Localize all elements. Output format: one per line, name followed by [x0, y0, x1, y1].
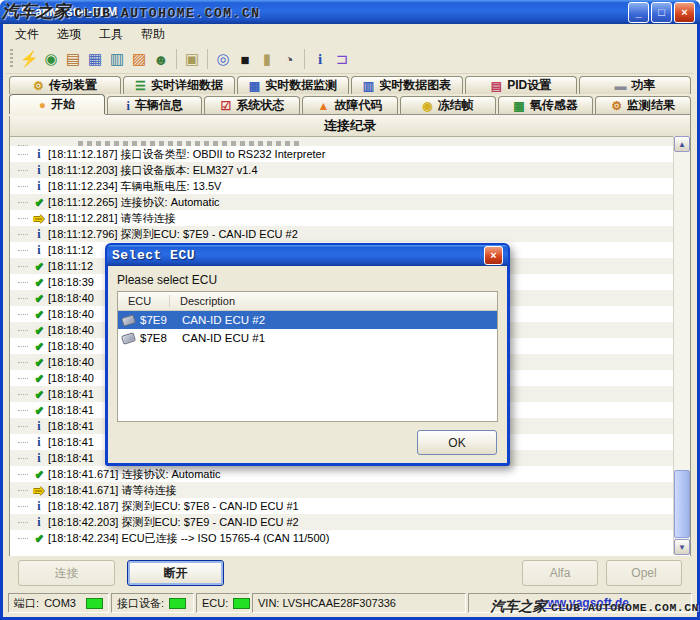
tree-branch — [18, 282, 28, 283]
ecu-list-row[interactable]: $7E9CAN-ID ECU #2 — [118, 311, 497, 329]
report-icon[interactable]: ▤ — [62, 48, 84, 70]
log-text: [18:18:41 — [48, 388, 94, 400]
disconnect-button[interactable]: 断开 — [127, 560, 224, 586]
column-ecu[interactable]: ECU — [118, 295, 170, 307]
search-monitor-icon[interactable]: ◎ — [212, 48, 234, 70]
log-row[interactable]: ✔[18:11:12.265] 连接协议: Automatic — [10, 194, 673, 210]
ecu-label: ECU: — [202, 597, 228, 609]
ecu-list-row[interactable]: $7E8CAN-ID ECU #1 — [118, 329, 497, 347]
tab-system-status[interactable]: ☑系统状态 — [204, 96, 300, 114]
log-text: [18:18:40 — [48, 324, 94, 336]
log-text: [18:11:12.187] 接口设备类型: OBDII to RS232 In… — [48, 147, 325, 162]
tab-oxygen-sensor-label: 氧传感器 — [530, 97, 578, 114]
tab-live-data-monitor[interactable]: ▦实时数据监测 — [237, 76, 349, 94]
tree-branch — [18, 186, 28, 187]
exit-door-icon[interactable]: ⊐ — [331, 48, 353, 70]
tab-trouble-codes[interactable]: ▲故障代码 — [302, 96, 398, 114]
port-value: COM3 — [44, 597, 76, 609]
tab-live-data-chart[interactable]: ▥实时数据图表 — [351, 76, 463, 94]
gauge-icon[interactable]: ◔ — [278, 48, 300, 70]
log-text: [18:18:40 — [48, 292, 94, 304]
tab-monitor-results[interactable]: ⚙监测结果 — [595, 96, 691, 114]
log-row[interactable]: i[18:18:42.203] 探测到ECU: $7E9 - CAN-ID EC… — [10, 514, 673, 530]
tree-branch — [18, 330, 28, 331]
tab-vehicle-info[interactable]: i车辆信息 — [107, 96, 203, 114]
toolbar-grip[interactable] — [10, 49, 13, 69]
tab-freeze-frame[interactable]: ◉冻结帧 — [400, 96, 496, 114]
log-row[interactable]: i[18:11:12.234] 车辆电瓶电压: 13.5V — [10, 178, 673, 194]
close-button[interactable]: × — [674, 2, 695, 23]
ecu-id: $7E9 — [140, 314, 182, 326]
status-vin-segment: VIN: LVSHCAAE28F307336 — [252, 593, 466, 613]
tab-drivetrain[interactable]: ⚙传动装置 — [9, 76, 121, 94]
info-icon: i — [32, 180, 46, 192]
tree-branch — [18, 170, 28, 171]
column-description[interactable]: Description — [170, 295, 235, 307]
scroll-up-button[interactable]: ▲ — [674, 136, 690, 152]
menu-tools[interactable]: 工具 — [90, 24, 132, 45]
log-row[interactable]: ⇨[18:18:41.671] 请等待连接 — [10, 482, 673, 498]
tab-start-icon: ● — [39, 99, 46, 111]
ecu-list[interactable]: ECU Description $7E9CAN-ID ECU #2$7E8CAN… — [117, 291, 498, 422]
info-icon: i — [32, 500, 46, 512]
maximize-button[interactable]: □ — [651, 2, 672, 23]
check-icon: ✔ — [32, 469, 46, 480]
log-row[interactable]: ⇨[18:11:12.281] 请等待连接 — [10, 210, 673, 226]
connect-button[interactable]: 连接 — [18, 560, 115, 586]
interface-label: 接口设备: — [117, 596, 164, 611]
tab-pid-settings-label: PID设置 — [507, 77, 551, 94]
tab-live-data-chart-icon: ▥ — [363, 80, 374, 92]
obd-plug-icon[interactable]: ⚡ — [18, 48, 40, 70]
check-icon: ✔ — [32, 197, 46, 208]
log-row[interactable]: ✔[18:18:42.234] ECU已连接 --> ISO 15765-4 (… — [10, 530, 673, 546]
tab-system-status-icon: ☑ — [220, 100, 231, 112]
user-icon[interactable]: ☻ — [150, 48, 172, 70]
dialog-close-icon[interactable]: × — [484, 246, 503, 265]
vertical-scrollbar[interactable]: ▲ ▼ — [673, 136, 690, 555]
tab-start[interactable]: ●开始 — [9, 94, 105, 114]
clipboard-icon[interactable]: ▣ — [181, 48, 203, 70]
log-row[interactable]: i[18:18:42.187] 探测到ECU: $7E8 - CAN-ID EC… — [10, 498, 673, 514]
ok-button[interactable]: OK — [417, 430, 497, 455]
tab-trouble-codes-icon: ▲ — [318, 100, 330, 112]
tab-pid-settings[interactable]: ▤PID设置 — [465, 76, 577, 94]
tree-branch — [18, 314, 28, 315]
log-row[interactable] — [10, 137, 673, 146]
menu-file[interactable]: 文件 — [6, 24, 48, 45]
scroll-down-button[interactable]: ▼ — [674, 539, 690, 555]
log-row[interactable]: i[18:11:12.187] 接口设备类型: OBDII to RS232 I… — [10, 146, 673, 162]
info-icon: i — [32, 436, 46, 448]
tree-branch — [18, 202, 28, 203]
tab-power[interactable]: ▬功率 — [579, 76, 691, 94]
tab-trouble-codes-label: 故障代码 — [334, 97, 382, 114]
log-row[interactable]: i[18:11:12.203] 接口设备版本: ELM327 v1.4 — [10, 162, 673, 178]
tab-drivetrain-label: 传动装置 — [49, 77, 97, 94]
log-text: [18:18:41 — [48, 436, 94, 448]
log-row[interactable]: ✔[18:18:41.671] 连接协议: Automatic — [10, 466, 673, 482]
opel-button[interactable]: Opel — [606, 560, 682, 586]
globe-icon[interactable]: ◉ — [40, 48, 62, 70]
info-icon[interactable]: i — [309, 48, 331, 70]
tree-branch — [18, 442, 28, 443]
terminal-icon[interactable]: ■ — [234, 48, 256, 70]
toolbar-separator — [176, 49, 177, 69]
tab-live-detail-data[interactable]: ☰实时详细数据 — [123, 76, 235, 94]
menu-options[interactable]: 选项 — [48, 24, 90, 45]
tab-live-data-monitor-label: 实时数据监测 — [265, 77, 337, 94]
plugins-icon[interactable]: ▨ — [128, 48, 150, 70]
info-icon: i — [32, 164, 46, 176]
alfa-button[interactable]: Alfa — [522, 560, 598, 586]
menu-help[interactable]: 帮助 — [132, 24, 174, 45]
tree-branch — [18, 346, 28, 347]
minimize-button[interactable]: _ — [628, 2, 649, 23]
data-grid-icon[interactable]: ▦ — [84, 48, 106, 70]
tab-oxygen-sensor[interactable]: ▦氧传感器 — [498, 96, 594, 114]
dialog-title-bar[interactable]: Select ECU × — [107, 245, 508, 266]
chart-icon[interactable]: ▥ — [106, 48, 128, 70]
tab-row-top: ⚙传动装置☰实时详细数据▦实时数据监测▥实时数据图表▤PID设置▬功率 — [6, 74, 694, 94]
tree-branch — [18, 538, 28, 539]
dialog-title: Select ECU — [112, 248, 195, 263]
battery-icon[interactable]: ▮ — [256, 48, 278, 70]
log-row[interactable]: i[18:11:12.796] 探测到ECU: $7E9 - CAN-ID EC… — [10, 226, 673, 242]
scrollbar-thumb[interactable] — [674, 470, 690, 538]
